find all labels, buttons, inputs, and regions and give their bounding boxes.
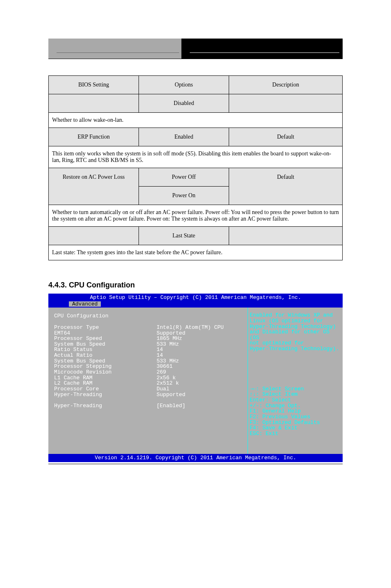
bios-body: CPU Configuration Processor TypeIntel(R)… (48, 308, 343, 454)
bios-info-row: System Bus Speed533 MHz (54, 358, 243, 364)
table-row: Restore on AC Power Loss Power Off Defau… (49, 168, 343, 187)
tab-advanced[interactable]: Advanced (69, 301, 101, 307)
bios-info-row: System Bus Speed533 MHz (54, 342, 243, 347)
table-row: This item only works when the system is … (49, 146, 343, 168)
banner-left-box (48, 39, 182, 59)
chapter-banner (48, 39, 343, 59)
bios-help-panel: Enabled for Windows XP and Linux (OS opt… (248, 308, 343, 454)
bios-info-row: Processor CoreDual (54, 386, 243, 392)
bios-info-row: EMT64Supported (54, 330, 243, 336)
table-header-row: BIOS Setting Options Description (49, 76, 343, 94)
page-footer-rule (48, 464, 343, 464)
bios-setting-hyperthreading[interactable]: Hyper-Threading [Enabled] (54, 403, 243, 409)
table-row: Last state: The system goes into the las… (49, 245, 343, 260)
bios-info-row: Processor TypeIntel(R) Atom(TM) CPU (54, 325, 243, 330)
banner-right-box (182, 39, 343, 59)
bios-title-bar: Aptio Setup Utility – Copyright (C) 2011… (48, 294, 343, 301)
bios-info-row: Microcode Revision269 (54, 369, 243, 375)
bios-info-list: Processor TypeIntel(R) Atom(TM) CPU EMT6… (54, 325, 243, 397)
bios-info-row: Ratio Status14 (54, 347, 243, 353)
bios-main-panel: CPU Configuration Processor TypeIntel(R)… (48, 308, 248, 454)
bios-info-row: L1 Cache RAM2x56 k (54, 375, 243, 381)
table-row: Whether to turn automatically on or off … (49, 205, 343, 227)
col-options: Options (139, 76, 229, 94)
bios-settings-table: BIOS Setting Options Description Disable… (48, 75, 343, 260)
table-row: Disabled (49, 94, 343, 113)
bios-screenshot: Aptio Setup Utility – Copyright (C) 2011… (48, 294, 343, 462)
bios-info-row: Processor Stepping30661 (54, 364, 243, 369)
bios-help-text: Enabled for Windows XP and Linux (OS opt… (250, 312, 339, 351)
bios-info-row: L2 Cache RAM2x512 k (54, 381, 243, 386)
bios-info-row: Hyper-ThreadingSupported (54, 392, 243, 398)
col-description: Description (229, 76, 343, 94)
bios-info-row: Processor Speed1865 MHz (54, 336, 243, 342)
table-row: ERP Function Enabled Default (49, 128, 343, 146)
bios-footer-bar: Version 2.14.1219. Copyright (C) 2011 Am… (48, 454, 343, 462)
col-feature: BIOS Setting (49, 76, 139, 94)
table-row: Last State (49, 227, 343, 245)
bios-info-row: Actual Ratio14 (54, 353, 243, 358)
table-row: Whether to allow wake-on-lan. (49, 113, 343, 128)
bios-nav-hints: →←: Select Screen ↑↓: Select Item Enter:… (250, 386, 339, 437)
bios-menu-bar: Advanced (48, 301, 343, 308)
section-heading: 4.4.3. CPU Configuration (48, 281, 343, 289)
bios-section-title: CPU Configuration (54, 313, 243, 319)
